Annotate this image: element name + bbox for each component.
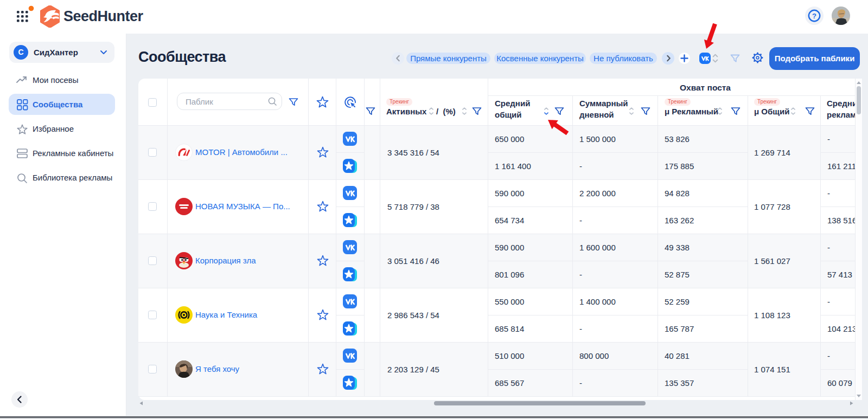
svg-text:?: ? <box>812 12 816 20</box>
